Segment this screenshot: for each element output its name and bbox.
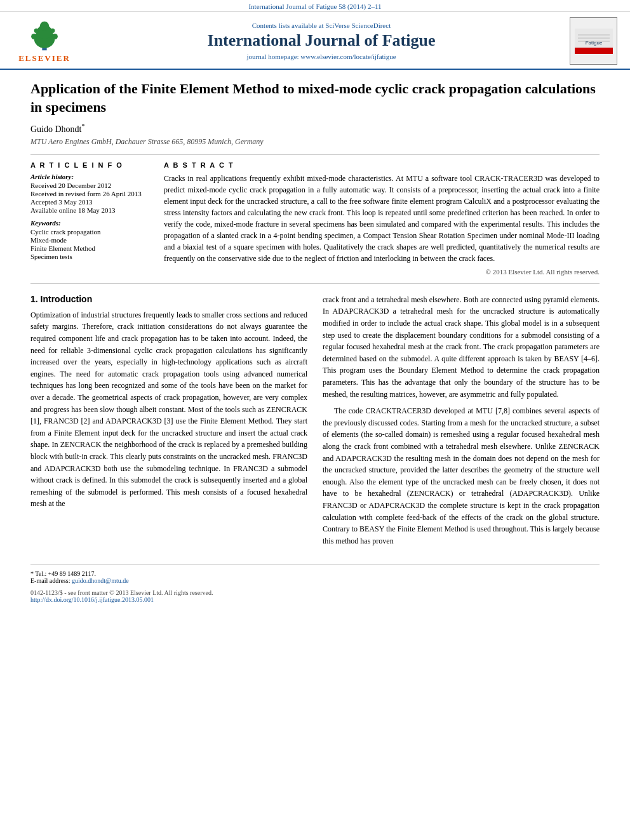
- svg-point-6: [34, 28, 39, 32]
- affiliation: MTU Aero Engines GmbH, Dachauer Strasse …: [30, 137, 600, 147]
- elsevier-wordmark: ELSEVIER: [18, 53, 70, 63]
- info-abstract-section: A R T I C L E I N F O Article history: R…: [30, 161, 600, 276]
- svg-text:Fatigue: Fatigue: [585, 40, 602, 46]
- accepted-date: Accepted 3 May 2013: [30, 198, 145, 206]
- article-title: Application of the Finite Element Method…: [30, 80, 600, 116]
- divider-2: [30, 283, 600, 284]
- journal-title-area: Contents lists available at SciVerse Sci…: [83, 22, 560, 60]
- intro-para-2: crack front and a tetrahedral mesh elsew…: [323, 294, 600, 400]
- main-content: Application of the Finite Element Method…: [0, 70, 630, 616]
- intro-left-text: Optimization of industrial structures fr…: [30, 309, 307, 510]
- journal-title: International Journal of Fatigue: [83, 32, 560, 50]
- keyword-4: Specimen tests: [30, 253, 145, 260]
- fatigue-logo: Fatigue: [570, 17, 617, 65]
- available-date: Available online 18 May 2013: [30, 206, 145, 214]
- intro-section-title: 1. Introduction: [30, 294, 307, 304]
- svg-rect-9: [575, 48, 613, 54]
- svg-point-7: [50, 28, 55, 32]
- journal-homepage: journal homepage: www.elsevier.com/locat…: [83, 53, 560, 60]
- footer-section: * Tel.: +49 89 1489 2117. E-mail address…: [30, 564, 600, 603]
- sciverse-line: Contents lists available at SciVerse Sci…: [83, 22, 560, 29]
- svg-point-5: [52, 33, 58, 39]
- fatigue-logo-area: Fatigue: [560, 17, 617, 65]
- publisher-logo-area: ELSEVIER: [13, 19, 83, 63]
- keyword-1: Cyclic crack propagation: [30, 228, 145, 236]
- copyright-line: © 2013 Elsevier Ltd. All rights reserved…: [164, 268, 600, 276]
- body-section: 1. Introduction Optimization of industri…: [30, 294, 600, 552]
- received-date: Received 20 December 2012: [30, 182, 145, 189]
- homepage-url[interactable]: www.elsevier.com/locate/ijfatigue: [300, 53, 396, 60]
- intro-right-text: crack front and a tetrahedral mesh elsew…: [323, 294, 600, 547]
- doi-link[interactable]: http://dx.doi.org/10.1016/j.ijfatigue.20…: [30, 596, 154, 603]
- divider-1: [30, 154, 600, 155]
- article-info-heading: A R T I C L E I N F O: [30, 161, 145, 169]
- history-label: Article history:: [30, 173, 145, 180]
- email-link[interactable]: guido.dhondt@mtu.de: [72, 577, 129, 584]
- body-left-column: 1. Introduction Optimization of industri…: [30, 294, 307, 552]
- keywords-label: Keywords:: [30, 219, 145, 227]
- svg-point-3: [40, 21, 50, 30]
- issn-line: 0142-1123/$ - see front matter © 2013 El…: [30, 589, 213, 603]
- author-name: Guido Dhondt*: [30, 123, 600, 135]
- keyword-3: Finite Element Method: [30, 244, 145, 252]
- journal-citation: International Journal of Fatigue 58 (201…: [248, 3, 381, 10]
- abstract-column: A B S T R A C T Cracks in real applicati…: [164, 161, 600, 276]
- abstract-text: Cracks in real applications frequently e…: [164, 173, 600, 264]
- author-footnote-marker: *: [82, 123, 85, 130]
- journal-header: ELSEVIER Contents lists available at Sci…: [0, 12, 630, 70]
- footnote-contact: * Tel.: +49 89 1489 2117. E-mail address…: [30, 570, 600, 584]
- footnote-marker: *: [30, 570, 34, 577]
- sciverse-link[interactable]: SciVerse ScienceDirect: [325, 22, 391, 29]
- body-right-column: crack front and a tetrahedral mesh elsew…: [323, 294, 600, 552]
- elsevier-tree-icon: [19, 20, 70, 52]
- intro-para-3: The code CRACKTRACER3D developed at MTU …: [323, 405, 600, 547]
- elsevier-logo: ELSEVIER: [13, 19, 76, 63]
- keyword-2: Mixed-mode: [30, 236, 145, 244]
- bottom-bar: 0142-1123/$ - see front matter © 2013 El…: [30, 589, 600, 603]
- intro-para-1: Optimization of industrial structures fr…: [30, 309, 307, 510]
- received-revised-date: Received in revised form 26 April 2013: [30, 190, 145, 197]
- article-info-column: A R T I C L E I N F O Article history: R…: [30, 161, 145, 276]
- abstract-heading: A B S T R A C T: [164, 161, 600, 169]
- svg-point-4: [31, 33, 37, 39]
- journal-top-bar: International Journal of Fatigue 58 (201…: [0, 0, 630, 12]
- tel-number: +49 89 1489 2117.: [48, 570, 96, 577]
- fatigue-logo-graphic: Fatigue: [575, 29, 613, 54]
